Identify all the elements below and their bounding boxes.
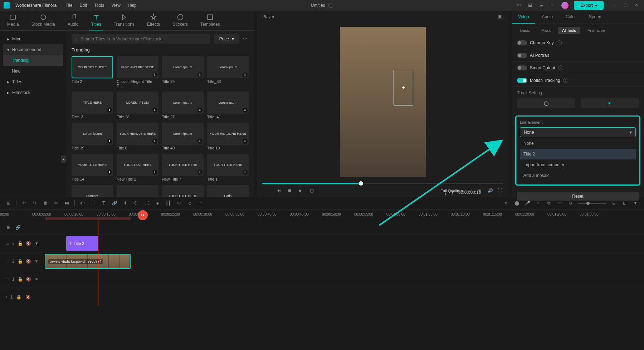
trim-icon[interactable]: ┃┃ (165, 200, 171, 206)
gallery-card[interactable]: YOUR TITLE HERE⬇Title 14 (72, 154, 113, 181)
export-button[interactable]: Export▾ (574, 1, 604, 10)
download-icon[interactable]: ⬇ (152, 139, 157, 144)
motion-toggle[interactable] (517, 78, 527, 83)
gallery-card[interactable]: TITLE HERE⬇Title_3 (72, 92, 113, 119)
play-icon[interactable]: ▶ (299, 188, 304, 194)
sidebar-recommended[interactable]: ▾Recommended (3, 44, 63, 55)
gallery-card[interactable]: Lorem Ipsum⬇Title 27 (162, 92, 204, 119)
speed-icon[interactable]: ⏱ (133, 200, 139, 206)
cutout-toggle[interactable] (517, 65, 527, 70)
zoom-slider[interactable] (578, 203, 606, 204)
more-icon[interactable]: ⋯ (243, 36, 249, 42)
rtab-color[interactable]: Color (559, 11, 582, 24)
help-icon[interactable]: ? (558, 65, 563, 70)
portrait-toggle[interactable] (517, 53, 527, 58)
split-icon[interactable]: ⧓ (64, 200, 70, 206)
next-frame-icon[interactable]: ▢ (310, 188, 316, 194)
menu-tools[interactable]: Tools (94, 3, 104, 8)
marker-icon[interactable]: ⬤ (513, 200, 520, 206)
menu-edit[interactable]: Edit (80, 3, 87, 8)
download-icon[interactable]: ⬇ (243, 108, 248, 113)
mute-icon[interactable]: 🔇 (26, 240, 31, 247)
download-icon[interactable]: ⬇ (243, 170, 248, 175)
sidebar-new[interactable]: New (3, 66, 63, 77)
tracking-box[interactable] (394, 70, 413, 105)
group-icon[interactable]: ▭ (197, 200, 204, 206)
cloud-icon[interactable]: ☁ (539, 3, 545, 8)
preview-viewport[interactable] (257, 24, 509, 180)
menu-file[interactable]: File (65, 3, 72, 8)
close-icon[interactable]: ✕ (635, 3, 640, 8)
mixer-icon[interactable]: ≡ (535, 200, 541, 206)
mute-icon[interactable]: 🔇 (26, 276, 31, 282)
link-icon[interactable]: 🔗 (111, 200, 118, 206)
track-opt-circle[interactable]: ◯ (517, 98, 575, 108)
download-icon[interactable]: ⬇ (152, 72, 157, 77)
gallery-card[interactable]: Paris⬇ (207, 185, 249, 197)
gallery-card[interactable]: Lorem Ipsum⬇Title 29 (162, 56, 204, 88)
sidebar-trending[interactable]: Trending (3, 55, 63, 66)
adjust-icon[interactable]: ⚙ (176, 200, 182, 206)
tab-media[interactable]: Media (5, 14, 21, 30)
snap-icon[interactable]: ⧉ (546, 200, 552, 206)
rsubtab-mask[interactable]: Mask (537, 27, 555, 34)
video-clip[interactable]: pexels-vlada-karpovich-9968974 (45, 254, 131, 269)
tag-icon[interactable]: 🏷 (79, 200, 86, 206)
snapshot-icon[interactable]: ◉ (478, 188, 483, 194)
sidebar-titles[interactable]: ▸Titles (3, 77, 63, 87)
rsubtab-aitools[interactable]: AI Tools (558, 27, 580, 34)
zoom-in-icon[interactable]: ⊕ (611, 200, 617, 206)
align-icon[interactable]: ⊞ (5, 200, 12, 206)
settings-icon[interactable]: ▾ (632, 200, 639, 206)
tab-stock-media[interactable]: Stock Media (30, 14, 57, 30)
seek-bar[interactable] (262, 183, 503, 184)
hide-icon[interactable]: 👁 (34, 240, 39, 247)
download-icon[interactable]: ⬇ (107, 170, 112, 175)
zoom-out-icon[interactable]: ⊖ (567, 200, 574, 206)
fullscreen-icon[interactable]: ⛶ (498, 188, 503, 194)
menu-help[interactable]: Help (128, 3, 137, 8)
download-icon[interactable]: ⬇ (152, 108, 157, 113)
redo-icon[interactable]: ↷ (31, 200, 38, 206)
display-icon[interactable]: ▭ (468, 188, 473, 194)
user-avatar[interactable] (561, 2, 569, 9)
sidebar-mine[interactable]: ▸Mine (3, 34, 63, 44)
volume-icon[interactable]: 🔊 (488, 188, 493, 194)
quality-dropdown[interactable]: Full Quality ▾ (440, 189, 463, 193)
rsubtab-animation[interactable]: Animation (583, 27, 609, 34)
rsubtab-basic[interactable]: Basic (516, 27, 534, 34)
gallery-card[interactable]: Lorem ipsum⬇Title 39 (72, 123, 113, 150)
download-icon[interactable]: ⬇ (197, 72, 203, 77)
playhead[interactable] (98, 220, 98, 306)
undo-icon[interactable]: ↶ (21, 200, 27, 206)
seek-handle[interactable] (359, 181, 363, 186)
link-dropdown[interactable]: None▾ (520, 127, 636, 137)
record-icon[interactable]: ⬇ (122, 200, 128, 206)
gallery-card[interactable]: Lorem ipsum⬇Title 40 (162, 123, 204, 150)
hide-icon[interactable]: 👁 (34, 258, 39, 265)
mute-icon[interactable]: 🔇 (26, 258, 31, 265)
gallery-card[interactable]: Lorem ipsum⬇Title_33 (207, 56, 249, 88)
crop-icon[interactable]: ⬚ (90, 200, 96, 206)
lock-icon[interactable]: 🔒 (18, 240, 23, 247)
expand-icon[interactable]: ⛶ (143, 200, 150, 206)
help-icon[interactable]: ? (563, 78, 568, 83)
tab-transitions[interactable]: Transitions (112, 14, 136, 30)
ripple-icon[interactable]: ▭ (556, 200, 563, 206)
menu-icon[interactable]: ≡ (550, 3, 556, 8)
fit-icon[interactable]: ⊡ (621, 200, 628, 206)
download-icon[interactable]: ⬇ (197, 108, 203, 113)
rtab-audio[interactable]: Audio (535, 11, 559, 24)
tab-effects[interactable]: Effects (145, 14, 162, 30)
gallery-card[interactable]: ⬇ (117, 185, 158, 197)
cloud-sync-icon[interactable] (328, 3, 333, 8)
maximize-icon[interactable]: ▢ (624, 3, 629, 8)
track-opt-eye[interactable]: 👁 (581, 98, 639, 108)
keyframe-icon[interactable]: ◇ (186, 200, 193, 206)
download-icon[interactable]: ⬇ (197, 170, 203, 175)
gallery-card[interactable]: YOUR TEXT HERE⬇New Title 2 (117, 154, 158, 181)
gallery-card[interactable]: YOUR TITLE HERE⬇ (162, 185, 204, 197)
track-add-icon[interactable]: ⊞ (5, 224, 12, 231)
stop-icon[interactable]: ⏹ (288, 188, 293, 194)
timeline-ruler[interactable]: 00:0000:00:05:0000:00:10:0000:00:15:0000… (0, 209, 644, 220)
